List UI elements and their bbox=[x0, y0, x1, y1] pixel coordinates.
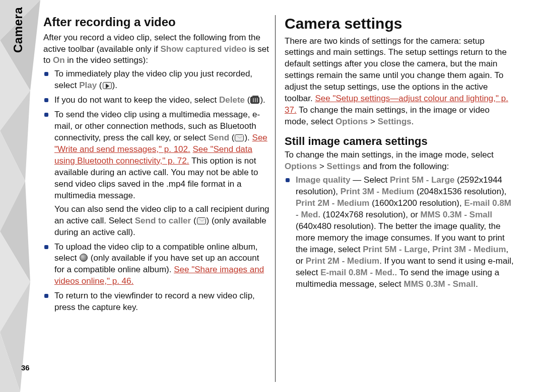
envelope-icon bbox=[197, 217, 206, 224]
two-column-layout: After recording a video After you record… bbox=[43, 15, 514, 382]
heading-after-recording: After recording a video bbox=[43, 15, 270, 29]
manual-page: Camera 36 After recording a video After … bbox=[0, 0, 544, 392]
trash-icon bbox=[250, 97, 259, 104]
play-icon bbox=[103, 82, 112, 89]
camera-settings-intro: There are two kinds of settings for the … bbox=[285, 36, 514, 128]
right-column: Camera settings There are two kinds of s… bbox=[275, 15, 514, 382]
list-item: If you do not want to keep the video, se… bbox=[54, 95, 270, 106]
heading-camera-settings: Camera settings bbox=[285, 15, 514, 33]
list-item: To send the video clip using a multimedi… bbox=[54, 109, 270, 238]
list-item: Image quality — Select Print 5M - Large … bbox=[296, 175, 514, 290]
list-item: To immediately play the video clip you j… bbox=[54, 68, 270, 92]
page-number: 36 bbox=[21, 363, 30, 373]
envelope-icon bbox=[235, 134, 244, 141]
after-recording-list: To immediately play the video clip you j… bbox=[43, 68, 270, 313]
intro-paragraph: After you record a video clip, select th… bbox=[43, 32, 270, 67]
globe-icon bbox=[80, 254, 88, 262]
heading-still-image-settings: Still image camera settings bbox=[285, 135, 514, 147]
still-image-settings-list: Image quality — Select Print 5M - Large … bbox=[285, 175, 514, 290]
left-column: After recording a video After you record… bbox=[43, 15, 275, 382]
section-side-label: Camera bbox=[10, 7, 26, 53]
still-image-intro: To change the main settings, in the imag… bbox=[285, 149, 514, 173]
list-item: To return to the viewfinder to record a … bbox=[54, 290, 270, 313]
list-item: To upload the video clip to a compatible… bbox=[54, 242, 270, 288]
sub-paragraph: You can also send the video clip to a ca… bbox=[54, 204, 270, 239]
